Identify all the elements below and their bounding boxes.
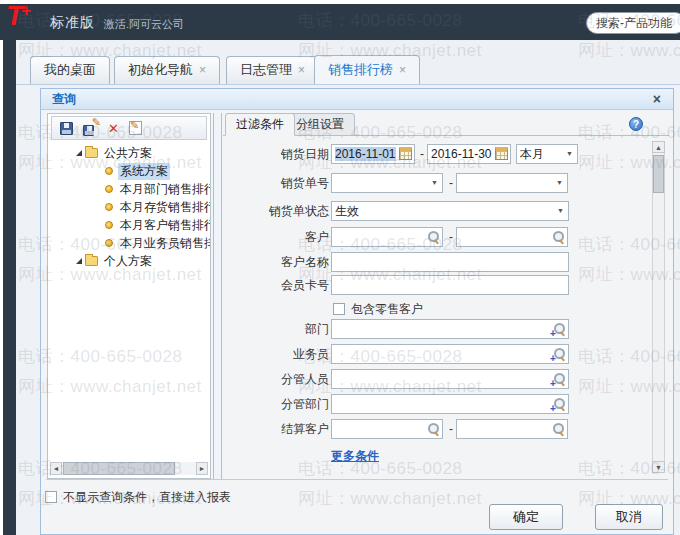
tree-node-month-dept-ranking[interactable]: 本月部门销售排行 bbox=[48, 180, 210, 198]
tree-node-month-customer-ranking[interactable]: 本月客户销售排行 bbox=[48, 216, 210, 234]
expander-icon[interactable] bbox=[76, 150, 82, 156]
query-panel: 查询 × ✎ ✕ ✎ 公共方案 bbox=[40, 88, 674, 535]
delete-icon[interactable]: ✕ bbox=[108, 121, 119, 136]
tree-node-system-scheme[interactable]: 系统方案 bbox=[48, 162, 210, 180]
ok-button[interactable]: 确定 bbox=[489, 504, 563, 530]
sale-no-from-combo[interactable]: ▼ bbox=[331, 173, 443, 193]
row-department: 部门 + bbox=[223, 319, 669, 339]
row-manage-dept: 分管部门 + bbox=[223, 394, 669, 414]
cancel-button[interactable]: 取消 bbox=[595, 504, 663, 530]
settle-customer-to-input[interactable] bbox=[456, 419, 568, 439]
member-card-input[interactable] bbox=[331, 275, 569, 295]
tab-filter-conditions[interactable]: 过滤条件 bbox=[225, 113, 295, 136]
scroll-down-icon[interactable]: ▼ bbox=[652, 461, 665, 473]
search-lookup-icon[interactable] bbox=[551, 231, 564, 244]
save-as-icon[interactable]: ✎ bbox=[83, 121, 98, 136]
include-retail-checkbox[interactable] bbox=[333, 303, 345, 315]
bullet-icon bbox=[105, 167, 113, 175]
folder-icon bbox=[85, 148, 98, 158]
row-sale-status: 销货单状态 生效 ▼ bbox=[223, 201, 669, 221]
customer-to-input[interactable] bbox=[456, 227, 568, 247]
row-include-retail: 包含零售客户 bbox=[223, 299, 669, 319]
row-customer: 客户 - bbox=[223, 227, 669, 247]
pencil-icon: ✎ bbox=[130, 119, 139, 132]
filter-tab-strip: 过滤条件 分组设置 ? bbox=[223, 113, 669, 136]
tplus-logo: T+ bbox=[6, 0, 33, 32]
panel-divider bbox=[46, 479, 668, 480]
bullet-icon bbox=[105, 185, 113, 193]
scroll-up-icon[interactable]: ▲ bbox=[652, 141, 665, 153]
edition-label: 标准版 bbox=[50, 14, 95, 32]
chevron-down-icon[interactable]: ▼ bbox=[428, 175, 441, 191]
close-icon[interactable]: × bbox=[399, 63, 406, 77]
row-settle-customer: 结算客户 - bbox=[223, 419, 669, 439]
panel-splitter[interactable] bbox=[213, 113, 222, 479]
calendar-icon[interactable] bbox=[399, 147, 412, 160]
save-icon[interactable] bbox=[60, 122, 73, 135]
hide-query-checkbox[interactable] bbox=[45, 491, 57, 503]
tree-node-personal-schemes[interactable]: 个人方案 bbox=[48, 252, 210, 270]
search-plus-lookup-icon[interactable]: + bbox=[552, 398, 565, 411]
scroll-right-icon[interactable]: ► bbox=[196, 462, 208, 475]
settle-customer-from-input[interactable] bbox=[331, 419, 443, 439]
bullet-icon bbox=[105, 239, 113, 247]
search-lookup-icon[interactable] bbox=[426, 231, 439, 244]
tree-node-month-stock-ranking[interactable]: 本月存货销售排行 bbox=[48, 198, 210, 216]
tree-node-month-salesman-ranking[interactable]: 本月业务员销售排 bbox=[48, 234, 210, 252]
sale-date-from-input[interactable]: 2016-11-01 bbox=[331, 144, 415, 164]
row-member-card: 会员卡号 bbox=[223, 275, 669, 295]
scheme-tree: 公共方案 系统方案 本月部门销售排行 本月存货销售排行 本月客户销售排行 bbox=[48, 144, 210, 270]
sale-status-select[interactable]: 生效 ▼ bbox=[331, 201, 569, 221]
tab-init-nav[interactable]: 初始化导航× bbox=[114, 56, 220, 84]
main-tab-bar: 我的桌面 初始化导航× 日志管理× 销售排行榜× bbox=[16, 40, 680, 85]
edit-icon[interactable]: ✎ bbox=[129, 121, 142, 135]
sale-no-to-combo[interactable]: ▼ bbox=[456, 173, 568, 193]
search-plus-lookup-icon[interactable]: + bbox=[552, 323, 565, 336]
scheme-tree-panel: ✎ ✕ ✎ 公共方案 系统方案 本月部门销售排行 bbox=[47, 113, 211, 479]
expander-icon[interactable] bbox=[76, 258, 82, 264]
close-icon[interactable]: × bbox=[298, 63, 305, 77]
date-period-select[interactable]: 本月 ▼ bbox=[516, 144, 578, 164]
search-lookup-icon[interactable] bbox=[551, 423, 564, 436]
app-window: T+ 标准版 激活.阿可云公司 搜索-产品功能 我的桌面 初始化导航× 日志管理… bbox=[0, 0, 680, 535]
chevron-down-icon[interactable]: ▼ bbox=[553, 175, 566, 191]
close-icon[interactable]: × bbox=[653, 91, 661, 107]
chevron-down-icon[interactable]: ▼ bbox=[554, 203, 567, 219]
company-label: 激活.阿可云公司 bbox=[104, 17, 184, 32]
tree-node-public-schemes[interactable]: 公共方案 bbox=[48, 144, 210, 162]
customer-from-input[interactable] bbox=[331, 227, 443, 247]
department-input[interactable]: + bbox=[331, 319, 569, 339]
left-sidebar-strip bbox=[3, 40, 16, 535]
scrollbar-thumb[interactable] bbox=[653, 155, 664, 193]
title-bar: T+ 标准版 激活.阿可云公司 搜索-产品功能 bbox=[0, 4, 680, 40]
help-icon[interactable]: ? bbox=[629, 117, 643, 131]
search-input[interactable]: 搜索-产品功能 bbox=[586, 12, 680, 34]
panel-title: 查询 bbox=[52, 89, 76, 110]
hide-query-label: 不显示查询条件，直接进入报表 bbox=[63, 487, 231, 507]
manager-input[interactable]: + bbox=[331, 369, 569, 389]
tab-sales-ranking[interactable]: 销售排行榜× bbox=[314, 55, 420, 84]
manage-dept-input[interactable]: + bbox=[331, 394, 569, 414]
form-vertical-scrollbar[interactable]: ▲ ▼ bbox=[652, 141, 665, 473]
more-conditions-link[interactable]: 更多条件 bbox=[331, 448, 379, 465]
tab-log-mgmt[interactable]: 日志管理× bbox=[226, 56, 319, 84]
tree-horizontal-scrollbar[interactable]: ◄ ► bbox=[50, 462, 208, 475]
sale-date-to-input[interactable]: 2016-11-30 bbox=[427, 144, 511, 164]
bullet-icon bbox=[105, 203, 113, 211]
row-manager: 分管人员 + bbox=[223, 369, 669, 389]
salesman-input[interactable]: + bbox=[331, 344, 569, 364]
customer-name-input[interactable] bbox=[331, 252, 569, 272]
close-icon[interactable]: × bbox=[199, 63, 206, 77]
tab-group-settings[interactable]: 分组设置 bbox=[285, 113, 355, 136]
row-sale-date: 销货日期 2016-11-01 - 2016-11-30 本月 ▼ bbox=[223, 144, 669, 164]
row-sale-no: 销货单号 ▼ - ▼ bbox=[223, 173, 669, 193]
scrollbar-thumb[interactable] bbox=[63, 462, 175, 475]
tab-my-desktop[interactable]: 我的桌面 bbox=[30, 56, 110, 84]
scroll-left-icon[interactable]: ◄ bbox=[50, 462, 62, 475]
chevron-down-icon[interactable]: ▼ bbox=[563, 146, 576, 162]
search-lookup-icon[interactable] bbox=[426, 423, 439, 436]
bullet-icon bbox=[105, 221, 113, 229]
calendar-icon[interactable] bbox=[495, 147, 508, 160]
search-plus-lookup-icon[interactable]: + bbox=[552, 348, 565, 361]
search-plus-lookup-icon[interactable]: + bbox=[552, 373, 565, 386]
